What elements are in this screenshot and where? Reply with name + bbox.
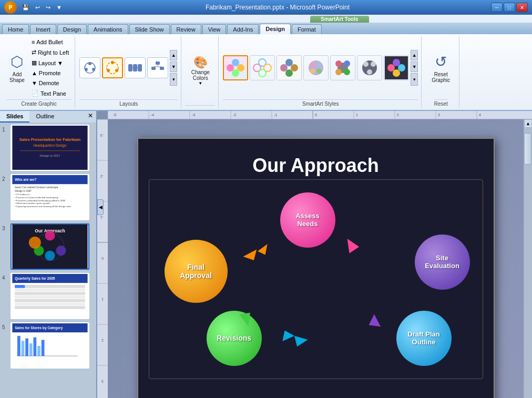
- style-metallic-button[interactable]: [357, 55, 382, 80]
- quick-access-dropdown[interactable]: ▼: [54, 3, 64, 12]
- tab-design-smartart[interactable]: Design: [260, 24, 291, 34]
- slide-preview-5[interactable]: Sales for Stores by Category: [11, 322, 89, 369]
- tab-outline[interactable]: Outline: [29, 111, 60, 123]
- svg-text:Design to 2017: Design to 2017: [40, 154, 60, 157]
- layout-icon: ▦: [32, 59, 37, 66]
- svg-text:-1: -1: [100, 216, 103, 219]
- change-colors-button[interactable]: 🎨 ChangeColors ▼: [186, 54, 215, 88]
- layout-button[interactable]: ▦ Layout ▼: [29, 58, 71, 68]
- ribbon-tabs: Home Insert Design Animations Slide Show…: [0, 23, 532, 34]
- layout-icons: ▲ ▼ ▾: [79, 50, 177, 86]
- svg-point-2: [92, 68, 95, 71]
- layout-circle-icon[interactable]: [79, 57, 100, 78]
- smartart-styles-group: ▲ ▼ ▾ SmartArt Styles: [220, 36, 422, 108]
- svg-point-25: [280, 64, 288, 72]
- scroll-track[interactable]: [524, 128, 532, 398]
- slide-thumb-1[interactable]: 1 Sales Presentation for Fabrikam Headqu…: [2, 125, 94, 171]
- layout-hierarchy-icon[interactable]: [147, 57, 168, 78]
- tab-slideshow[interactable]: Slide Show: [129, 24, 170, 34]
- reset-graphic-button[interactable]: ↺ ResetGraphic: [428, 50, 454, 86]
- slide-thumb-4[interactable]: 4 Quarterly Sales for 2005: [2, 273, 94, 319]
- text-pane-button[interactable]: 📄 Text Pane: [29, 88, 71, 98]
- svg-point-28: [285, 69, 293, 77]
- styles-scroll-up[interactable]: ▲: [411, 50, 418, 60]
- slide-preview-3[interactable]: Our Approach: [11, 223, 89, 270]
- demote-button[interactable]: ▼ Demote: [29, 78, 71, 88]
- circle-final-approval[interactable]: Final Approval: [165, 240, 228, 303]
- tab-design[interactable]: Design: [57, 24, 87, 34]
- circle-site-evaluation[interactable]: Site Evaluation: [415, 234, 470, 290]
- close-button[interactable]: ✕: [516, 3, 528, 12]
- smartart-styles-content: ▲ ▼ ▾: [223, 37, 418, 98]
- tab-view[interactable]: View: [202, 24, 227, 34]
- svg-point-20: [232, 69, 239, 77]
- slide-thumb-3[interactable]: 3 Our Approach: [2, 223, 94, 270]
- svg-point-5: [111, 61, 114, 64]
- tab-animations[interactable]: Animations: [88, 24, 128, 34]
- tab-addins[interactable]: Add-Ins: [227, 24, 259, 34]
- slide-thumb-5[interactable]: 5 Sales for Stores by Category: [2, 322, 94, 369]
- svg-rect-85: [17, 336, 21, 356]
- panel-collapse-button[interactable]: ◀: [97, 199, 104, 215]
- promote-button[interactable]: ▲ Promote: [29, 68, 71, 78]
- layouts-scroll-up[interactable]: ▲: [170, 50, 177, 60]
- undo-button[interactable]: ↩: [33, 3, 42, 12]
- slide-preview-4[interactable]: Quarterly Sales for 2005: [11, 273, 89, 319]
- svg-rect-78: [15, 295, 85, 299]
- slide-thumb-2[interactable]: 2 Who are we? Aaron Cox started Contoso …: [2, 174, 94, 220]
- smartart-diagram[interactable]: Assess Needs Site Evaluation Draft Plan …: [138, 177, 494, 382]
- svg-rect-87: [25, 339, 28, 356]
- svg-text:• Gifted and varieties' green : • Gifted and varieties' green growth: [15, 202, 50, 205]
- slide-preview-1[interactable]: Sales Presentation for Fabrikam Headquar…: [11, 125, 89, 171]
- circle-assess-needs[interactable]: Assess Needs: [280, 192, 335, 248]
- scroll-thumb[interactable]: [524, 133, 531, 165]
- create-graphic-label: Create Graphic: [6, 99, 71, 107]
- tab-home[interactable]: Home: [2, 24, 29, 34]
- slide-canvas-area[interactable]: Our Approach Assess Needs Site Evaluatio…: [108, 119, 524, 398]
- styles-scroll-more[interactable]: ▾: [411, 73, 418, 86]
- scroll-up-button[interactable]: ▲: [524, 119, 532, 128]
- style-dark-button[interactable]: [384, 55, 409, 80]
- svg-rect-13: [160, 67, 164, 70]
- slides-panel-close[interactable]: ✕: [85, 111, 96, 123]
- layouts-scroll-down[interactable]: ▼: [170, 62, 177, 72]
- slide-preview-2[interactable]: Who are we? Aaron Cox started Contoso La…: [11, 174, 89, 220]
- style-gradient-button[interactable]: [303, 55, 329, 80]
- circle-revisions[interactable]: Revisions: [207, 311, 262, 366]
- layout-cycle-selected-icon[interactable]: [102, 57, 123, 78]
- slides-tabs: Slides Outline ✕: [0, 111, 96, 123]
- svg-text:-1: -1: [274, 113, 277, 117]
- tab-review[interactable]: Review: [171, 24, 201, 34]
- svg-text:• Promotes sustainable landsca: • Promotes sustainable landscaping added…: [15, 199, 66, 202]
- add-bullet-button[interactable]: ≡ Add Bullet: [29, 37, 71, 47]
- layout-process-icon[interactable]: [125, 57, 146, 78]
- style-3d-button[interactable]: [330, 55, 355, 80]
- tab-format[interactable]: Format: [292, 24, 322, 34]
- styles-scroll-down[interactable]: ▼: [411, 62, 418, 72]
- tab-insert[interactable]: Insert: [30, 24, 56, 34]
- tab-slides[interactable]: Slides: [0, 111, 29, 123]
- content-area: -5 -4 -3 -2 -1 0 1 2 3 4: [97, 111, 532, 398]
- svg-text:-3: -3: [192, 113, 195, 117]
- quick-access: 💾 ↩ ↪ ▼: [20, 3, 64, 12]
- minimize-button[interactable]: ─: [491, 3, 503, 12]
- slide-canvas[interactable]: Our Approach Assess Needs Site Evaluatio…: [137, 138, 495, 399]
- office-orb[interactable]: P: [4, 1, 17, 14]
- circle-draft-plan[interactable]: Draft Plan Outline: [396, 311, 452, 366]
- create-graphic-content: ⬡ AddShape ≡ Add Bullet ⇄ Right to Left …: [6, 37, 71, 98]
- svg-rect-75: [15, 285, 25, 288]
- svg-rect-89: [34, 338, 37, 356]
- add-shape-button[interactable]: ⬡ AddShape: [6, 51, 28, 85]
- style-shaded-button[interactable]: [277, 55, 302, 80]
- layouts-scroll-more[interactable]: ▾: [170, 73, 177, 86]
- style-colorful-button[interactable]: [223, 55, 248, 80]
- window-controls: ─ □ ✕: [491, 3, 528, 12]
- svg-text:Quarterly Sales for 2005: Quarterly Sales for 2005: [15, 277, 55, 281]
- text-pane-icon: 📄: [32, 90, 39, 97]
- svg-text:2: 2: [397, 113, 399, 117]
- save-button[interactable]: 💾: [20, 3, 32, 12]
- redo-button[interactable]: ↪: [44, 3, 53, 12]
- maximize-button[interactable]: □: [504, 3, 515, 12]
- style-outline-button[interactable]: [250, 55, 275, 80]
- right-to-left-button[interactable]: ⇄ Right to Left: [29, 47, 71, 57]
